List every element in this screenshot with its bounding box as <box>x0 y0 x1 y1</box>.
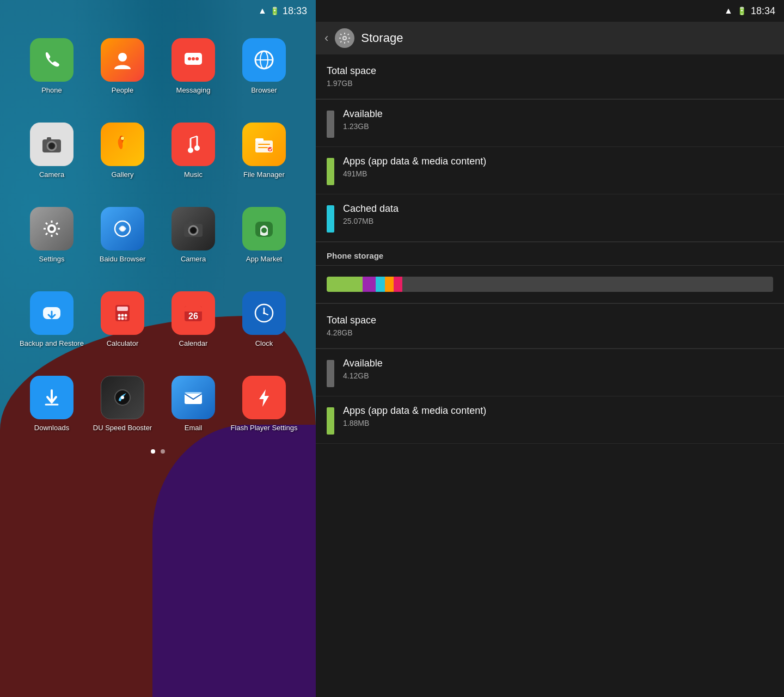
app-gallery[interactable]: Gallery <box>87 117 158 201</box>
svg-rect-21 <box>258 147 268 148</box>
storage-screen: ▲ 🔋 18:34 ‹ Storage <box>316 0 784 697</box>
svg-rect-61 <box>185 392 202 404</box>
sdcard-total-label: Total space <box>327 65 773 77</box>
status-icons: ▲ 🔋 18:33 <box>258 5 307 17</box>
app-duspeed[interactable]: DU Speed Booster <box>87 370 158 433</box>
clock-icon <box>242 291 286 335</box>
svg-point-37 <box>191 228 196 233</box>
svg-point-34 <box>120 227 125 231</box>
svg-line-31 <box>56 223 58 224</box>
app-flashplayer[interactable]: Flash Player Settings <box>229 370 299 433</box>
svg-point-44 <box>118 314 121 317</box>
svg-point-0 <box>118 53 127 62</box>
svg-rect-20 <box>258 144 270 145</box>
dot-2[interactable] <box>161 449 165 454</box>
app-clock[interactable]: Clock <box>229 286 299 370</box>
app-backup[interactable]: Backup and Restore <box>16 286 87 370</box>
phone-storage-header: Phone storage <box>316 242 784 266</box>
apps-color-bar <box>327 158 334 185</box>
app-messaging[interactable]: Messaging <box>158 33 229 117</box>
app-people[interactable]: People <box>87 33 158 117</box>
bar-seg-purple <box>363 277 376 292</box>
app-phone[interactable]: Phone <box>16 33 87 117</box>
app-camera2[interactable]: Camera <box>158 201 229 286</box>
sdcard-available: Available 1.23GB <box>316 100 784 147</box>
storage-content[interactable]: Total space 1.97GB Available 1.23GB Apps… <box>316 54 784 697</box>
svg-line-70 <box>348 41 349 42</box>
gallery-icon <box>101 123 144 166</box>
sdcard-available-value: 1.23GB <box>343 122 383 131</box>
dot-1[interactable] <box>151 449 155 454</box>
back-button[interactable]: ‹ <box>324 31 328 45</box>
storage-header: ‹ Storage <box>316 22 784 54</box>
phone-total-space: Total space 4.28GB <box>316 304 784 348</box>
svg-rect-62 <box>185 392 202 394</box>
sdcard-cached-value: 25.07MB <box>343 217 399 225</box>
app-browser[interactable]: Browser <box>229 33 299 117</box>
gallery-label: Gallery <box>111 170 133 180</box>
svg-point-60 <box>121 396 124 399</box>
phone-available-label: Available <box>343 358 383 369</box>
sdcard-total-space: Total space 1.97GB <box>316 54 784 99</box>
phone-available-color-bar <box>327 360 334 387</box>
bar-seg-empty <box>402 277 773 292</box>
sdcard-cached-label: Cached data <box>343 203 399 215</box>
flashplayer-icon <box>242 376 286 419</box>
camera-icon <box>30 123 74 166</box>
app-filemanager[interactable]: File Manager <box>229 117 299 201</box>
camera2-label: Camera <box>181 255 206 264</box>
backup-icon <box>30 291 74 335</box>
svg-rect-43 <box>117 307 128 311</box>
app-appmarket[interactable]: App Market <box>229 201 299 286</box>
svg-line-32 <box>46 233 47 235</box>
svg-line-29 <box>46 223 47 224</box>
phone-apps-color-bar <box>327 407 334 435</box>
browser-icon <box>242 38 286 82</box>
app-email[interactable]: Email <box>158 370 229 433</box>
people-icon <box>101 38 144 82</box>
right-battery-icon: 🔋 <box>737 7 746 15</box>
email-label: Email <box>185 424 203 433</box>
status-bar-right: ▲ 🔋 18:34 <box>316 0 784 22</box>
sdcard-available-label: Available <box>343 108 383 120</box>
svg-point-40 <box>261 228 267 233</box>
backup-label: Backup and Restore <box>20 339 84 348</box>
phone-total-label: Total space <box>327 315 773 326</box>
svg-line-71 <box>348 34 349 35</box>
svg-point-15 <box>121 137 124 140</box>
app-settings[interactable]: Settings <box>16 201 87 286</box>
phone-label: Phone <box>41 86 62 95</box>
app-calendar[interactable]: 26 Calendar <box>158 286 229 370</box>
app-baidu[interactable]: Baidu Browser <box>87 201 158 286</box>
app-downloads[interactable]: Downloads <box>16 370 87 433</box>
phone-apps-value: 1.88MB <box>343 419 486 427</box>
svg-point-10 <box>49 143 54 149</box>
storage-bar-container <box>316 266 784 303</box>
sdcard-cached[interactable]: Cached data 25.07MB <box>316 194 784 242</box>
battery-icon: 🔋 <box>270 7 279 15</box>
camera-label: Camera <box>39 170 64 180</box>
right-time: 18:34 <box>751 5 775 17</box>
duspeed-icon <box>101 376 144 419</box>
sdcard-apps: Apps (app data & media content) 491MB <box>316 147 784 194</box>
music-icon <box>171 123 215 166</box>
svg-point-45 <box>121 314 124 317</box>
app-camera[interactable]: Camera <box>16 117 87 201</box>
app-music[interactable]: Music <box>158 117 229 201</box>
svg-rect-38 <box>188 222 193 225</box>
phone-apps-label: Apps (app data & media content) <box>343 405 486 417</box>
settings-icon <box>30 207 74 250</box>
baidu-icon <box>101 207 144 250</box>
phone-total-value: 4.28GB <box>327 328 773 337</box>
email-icon <box>171 376 215 419</box>
svg-rect-19 <box>255 138 264 142</box>
phone-apps: Apps (app data & media content) 1.88MB <box>316 396 784 444</box>
app-calculator[interactable]: Calculator <box>87 286 158 370</box>
downloads-icon <box>30 376 74 419</box>
duspeed-label: DU Speed Booster <box>93 424 152 433</box>
svg-point-49 <box>125 317 127 320</box>
music-label: Music <box>184 170 203 180</box>
svg-point-46 <box>125 314 127 317</box>
svg-line-72 <box>341 41 342 42</box>
sdcard-apps-label: Apps (app data & media content) <box>343 156 486 167</box>
